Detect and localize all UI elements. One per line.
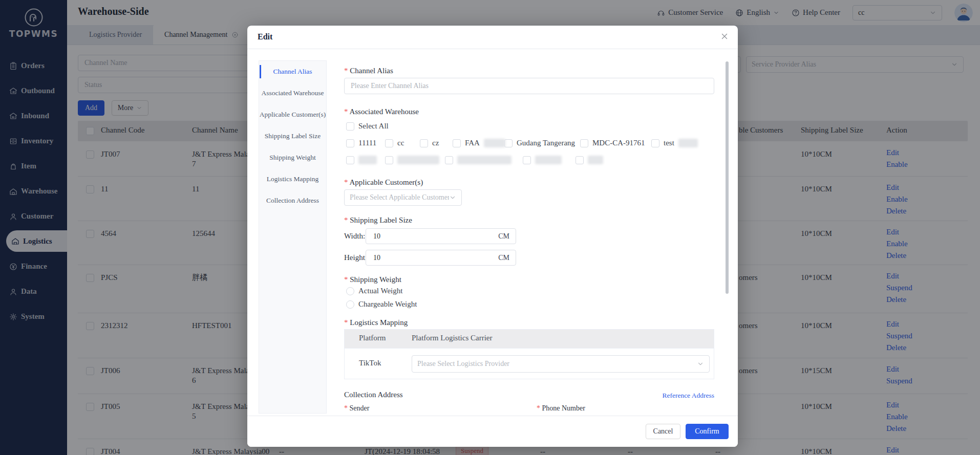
logistics-provider-select[interactable]: Please Select Logistics Provider [412,355,710,373]
shipping-weight-label: Shipping Weight [344,275,401,284]
checkbox[interactable] [576,156,584,164]
modal-title: Edit [258,32,272,41]
logistics-mapping-header: Platform Platform Logistics Carrier [345,330,714,348]
checkbox[interactable] [346,122,354,131]
width-input[interactable] [372,232,475,241]
channel-alias-input[interactable] [344,78,714,94]
checkbox[interactable] [523,156,531,164]
logistics-mapping-label: Logistics Mapping [344,318,408,327]
modal-nav-channel-alias[interactable]: Channel Alias [259,61,326,82]
modal-nav-shipping-label-size[interactable]: Shipping Label Size [259,125,326,147]
warehouse-checkbox-label: FAA [465,139,480,147]
warehouse-checkbox-label: cz [432,139,439,147]
applicable-customers-select[interactable]: Please Select Applicable Customer(s [344,189,462,206]
height-input[interactable] [372,253,475,263]
redacted-label [397,156,439,164]
channel-alias-label: Channel Alias [344,67,393,75]
shipping-weight-option-2[interactable]: Chargeable Weight [346,300,417,309]
associated-warehouse-label: Associated Warehouse [344,107,419,116]
width-input-wrap: CM [366,228,516,244]
app-root: TOPWMS OrdersOutboundInboundInventoryIte… [0,0,980,455]
warehouse-checkbox-label: test [664,139,674,147]
chevron-down-icon [449,194,456,201]
shipping-label-size-label: Shipping Label Size [344,216,412,225]
width-unit: CM [498,232,509,241]
select-all-label: Select All [358,122,389,131]
reference-address-link[interactable]: Reference Address [344,392,714,400]
chevron-down-icon [697,360,704,367]
warehouse-checkbox-item[interactable]: test [651,139,698,147]
warehouse-checkbox-item[interactable]: MDC-CA-91761 [580,139,645,147]
checkbox[interactable] [504,139,513,147]
logistics-provider-placeholder: Please Select Logistics Provider [417,360,509,368]
edit-modal: Edit Channel AliasAssociated WarehouseAp… [247,26,738,447]
warehouse-checkbox-item[interactable] [576,156,603,164]
redacted-label [484,139,505,147]
applicable-customers-placeholder: Please Select Applicable Customer(s [350,193,449,202]
warehouse-checkbox-item[interactable]: cz [420,139,439,147]
checkbox[interactable] [651,139,659,147]
checkbox[interactable] [346,156,354,164]
warehouse-checkbox-item[interactable] [523,156,562,164]
checkbox[interactable] [385,139,393,147]
height-label: Height: [344,253,367,262]
warehouse-checkbox-item[interactable] [385,156,439,164]
redacted-label [535,156,562,164]
width-label: Width: [344,232,365,241]
modal-nav-logistics-mapping[interactable]: Logistics Mapping [259,168,326,190]
phone-number-label: Phone Number [537,404,585,413]
carrier-column-header: Platform Logistics Carrier [412,334,492,342]
warehouse-checkbox-item[interactable] [346,156,377,164]
cancel-button[interactable]: Cancel [646,424,680,439]
modal-section-nav: Channel AliasAssociated WarehouseApplica… [259,60,327,414]
confirm-button[interactable]: Confirm [686,424,729,439]
logistics-mapping-table: Platform Platform Logistics Carrier TikT… [344,329,714,379]
modal-nav-shipping-weight[interactable]: Shipping Weight [259,147,326,168]
select-all-checkbox-item[interactable]: Select All [346,122,389,131]
sender-label: Sender [344,404,369,413]
logistics-mapping-row: TikTokPlease Select Logistics Provider [345,348,714,379]
shipping-weight-option-1[interactable]: Actual Weight [346,287,402,295]
warehouse-checkbox-label: Gudang Tangerang [517,139,575,147]
checkbox[interactable] [445,156,453,164]
radio-button[interactable] [346,287,354,295]
modal-nav-associated-warehouse[interactable]: Associated Warehouse [259,82,326,104]
warehouse-checkbox-label: 11111 [358,139,376,147]
platform-cell: TikTok [359,359,381,367]
warehouse-checkbox-item[interactable]: FAA [453,139,505,147]
checkbox[interactable] [420,139,428,147]
checkbox[interactable] [580,139,588,147]
redacted-label [588,156,603,164]
modal-footer: Cancel Confirm [247,416,738,447]
checkbox[interactable] [346,139,354,147]
warehouse-checkbox-item[interactable]: Gudang Tangerang [504,139,575,147]
close-icon[interactable] [720,32,729,40]
warehouse-checkbox-item[interactable]: 11111 [346,139,376,147]
radio-label: Actual Weight [358,287,402,295]
checkbox[interactable] [453,139,461,147]
warehouse-checkbox-item[interactable]: cc [385,139,404,147]
platform-column-header: Platform [359,334,386,342]
redacted-label [678,139,698,147]
applicable-customers-label: Applicable Customer(s) [344,178,423,187]
modal-nav-collection-address[interactable]: Collection Address [259,190,326,211]
redacted-label [358,156,377,164]
modal-header-divider [247,49,738,49]
warehouse-checkbox-item[interactable] [445,156,512,164]
radio-label: Chargeable Weight [358,300,417,309]
modal-nav-applicable-customer-s-[interactable]: Applicable Customer(s) [259,104,326,125]
height-input-wrap: CM [366,250,516,266]
checkbox[interactable] [385,156,393,164]
height-unit: CM [498,254,509,262]
modal-scrollbar[interactable] [726,61,729,294]
radio-button[interactable] [346,300,354,309]
redacted-label [457,156,512,164]
warehouse-checkbox-label: MDC-CA-91761 [592,139,645,147]
warehouse-checkbox-label: cc [397,139,404,147]
